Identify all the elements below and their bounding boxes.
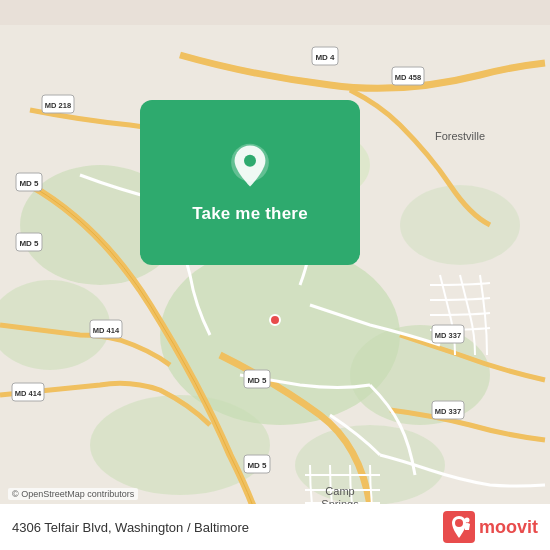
take-me-there-button[interactable]: Take me there	[192, 204, 308, 224]
svg-text:Forestville: Forestville	[435, 130, 485, 142]
moovit-label: moovit	[479, 517, 538, 538]
osm-credit: © OpenStreetMap contributors	[8, 488, 138, 500]
svg-point-34	[270, 315, 280, 325]
svg-text:Camp: Camp	[325, 485, 354, 497]
svg-text:MD 218: MD 218	[45, 101, 71, 110]
bottom-bar: 4306 Telfair Blvd, Washington / Baltimor…	[0, 504, 550, 550]
map-container: MD 4 MD 218 MD 458 MD 5 MD 5 MD 414 MD 4…	[0, 0, 550, 550]
svg-text:MD 414: MD 414	[93, 326, 120, 335]
svg-text:MD 4: MD 4	[315, 53, 335, 62]
svg-point-39	[464, 518, 469, 523]
svg-text:MD 458: MD 458	[395, 73, 421, 82]
svg-point-38	[455, 519, 463, 527]
moovit-logo: moovit	[443, 511, 538, 543]
address-text: 4306 Telfair Blvd, Washington / Baltimor…	[12, 520, 249, 535]
svg-text:MD 337: MD 337	[435, 407, 461, 416]
svg-text:MD 5: MD 5	[19, 239, 39, 248]
moovit-brand-icon	[443, 511, 475, 543]
svg-point-36	[244, 154, 256, 166]
svg-text:MD 337: MD 337	[435, 331, 461, 340]
location-card: Take me there	[140, 100, 360, 265]
svg-text:MD 5: MD 5	[19, 179, 39, 188]
map-background: MD 4 MD 218 MD 458 MD 5 MD 5 MD 414 MD 4…	[0, 0, 550, 550]
svg-text:MD 5: MD 5	[247, 461, 267, 470]
location-pin-icon	[226, 142, 274, 190]
svg-text:MD 5: MD 5	[247, 376, 267, 385]
svg-text:MD 414: MD 414	[15, 389, 42, 398]
